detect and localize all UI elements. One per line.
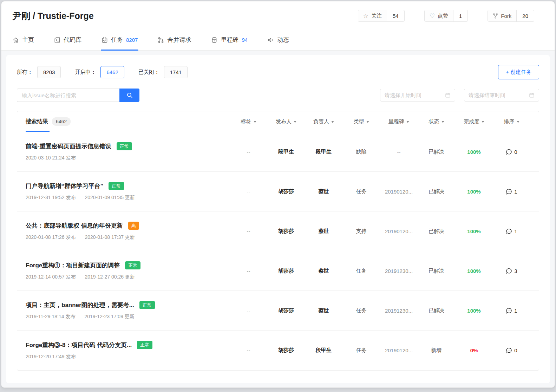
table-row: Forge重构③-8：项目代码 代码分支页... 正常 2019-12-20 1… (17, 331, 539, 370)
activity-icon (268, 37, 274, 43)
watch-count[interactable]: 54 (387, 10, 404, 21)
milestone-icon (211, 37, 217, 43)
cell-progress: 100% (455, 228, 493, 235)
status-badge: 正常 (117, 142, 132, 151)
heart-icon: ♡ (430, 13, 435, 19)
fork-label-segment[interactable]: Fork (488, 10, 516, 21)
filter-closed-count[interactable]: 1741 (164, 66, 188, 78)
published-date: 2020-03-10 21:24 发布 (26, 155, 76, 161)
caret-down-icon (294, 121, 296, 123)
tab-home[interactable]: 主页 (13, 36, 34, 50)
cell-publisher[interactable]: 胡莎莎 (267, 228, 305, 235)
cell-comments[interactable]: 1 (493, 228, 530, 235)
watch-label-segment[interactable]: ☆ 关注 (358, 10, 387, 21)
cell-comments[interactable]: 0 (493, 347, 530, 354)
issue-dates: 2020-03-10 21:24 发布 (26, 155, 230, 161)
create-task-button[interactable]: + 创建任务 (498, 65, 539, 79)
cell-publisher[interactable]: 胡莎莎 (267, 347, 305, 354)
table-row: 公共：底部导航版权 信息的年份更新 高 2020-01-08 17:26 发布 … (17, 211, 539, 251)
tab-repository-label: 代码库 (64, 36, 81, 44)
tab-milestones-count: 94 (242, 37, 248, 43)
date-filter-group: 请选择开始时间 请选择结束时间 (380, 89, 539, 102)
issue-title[interactable]: Forge重构③-8：项目代码 代码分支页... (26, 341, 132, 349)
tab-tasks-label: 任务 (111, 36, 123, 44)
column-assignee[interactable]: 负责人 (305, 118, 342, 125)
cell-assignee[interactable]: 段甲生 (305, 149, 342, 155)
status-badge: 正常 (125, 261, 140, 270)
cell-tag: -- (230, 228, 267, 235)
comment-icon (506, 149, 512, 155)
cell-assignee[interactable]: 段甲生 (305, 347, 342, 354)
caret-down-icon (366, 121, 369, 123)
column-headers: 标签 发布人 负责人 类型 里程碑 状态 完成度 排序 (230, 118, 530, 125)
start-date-picker[interactable]: 请选择开始时间 (380, 89, 455, 102)
tab-repository[interactable]: 代码库 (54, 36, 81, 50)
cell-type: 任务 (342, 307, 380, 314)
column-status[interactable]: 状态 (418, 118, 455, 125)
column-publisher[interactable]: 发布人 (267, 118, 305, 125)
table-header: 搜索结果 6462 标签 发布人 负责人 类型 里程碑 状态 完成度 排序 (17, 111, 539, 132)
cell-status: 已解决 (418, 149, 455, 155)
caret-down-icon (441, 121, 444, 123)
cell-comments[interactable]: 1 (493, 307, 530, 314)
search-results-count: 6462 (52, 117, 71, 126)
column-type[interactable]: 类型 (342, 118, 380, 125)
column-tag[interactable]: 标签 (230, 118, 267, 125)
tab-home-label: 主页 (22, 36, 34, 44)
cell-assignee[interactable]: 蔡世 (305, 188, 342, 195)
column-milestone[interactable]: 里程碑 (380, 118, 418, 125)
tab-milestones[interactable]: 里程碑 94 (211, 36, 248, 50)
tab-tasks[interactable]: 任务 8207 (102, 36, 138, 50)
published-date: 2019-11-29 18:14 发布 (26, 314, 75, 320)
like-count[interactable]: 1 (453, 10, 467, 21)
filter-open-count[interactable]: 6462 (100, 66, 124, 78)
comment-icon (506, 228, 512, 235)
filter-all-count[interactable]: 8203 (37, 66, 61, 78)
tab-activity[interactable]: 动态 (268, 36, 289, 50)
issue-title[interactable]: 门户导航新增“群体学习平台” (26, 182, 103, 190)
cell-assignee[interactable]: 蔡世 (305, 228, 342, 235)
cell-comments[interactable]: 0 (493, 149, 530, 155)
updated-date: 2020-01-09 01:35 更新 (85, 195, 135, 201)
cell-comments[interactable]: 3 (493, 268, 530, 274)
cell-type: 任务 (342, 268, 380, 274)
cell-status: 已解决 (418, 307, 455, 314)
search-button[interactable] (119, 89, 139, 102)
column-progress[interactable]: 完成度 (455, 118, 493, 125)
issue-dates: 2019-12-20 17:49 发布 (26, 354, 230, 360)
cell-comments[interactable]: 1 (493, 188, 530, 195)
fork-count[interactable]: 20 (516, 10, 534, 21)
cell-milestone: 20190120... (380, 347, 418, 354)
caret-down-icon (406, 121, 409, 123)
search-group (17, 89, 139, 102)
issue-title[interactable]: Forge重构①：项目新建页面的调整 (26, 261, 120, 269)
cell-assignee[interactable]: 蔡世 (305, 268, 342, 274)
cell-publisher[interactable]: 段甲生 (267, 149, 305, 155)
cell-tag: -- (230, 307, 267, 314)
cell-milestone: -- (380, 149, 418, 155)
cell-progress: 0% (455, 347, 493, 354)
issue-title[interactable]: 项目：主页，banner图的处理，需要考... (26, 301, 134, 309)
tab-merge-requests[interactable]: 合并请求 (158, 36, 191, 50)
cell-publisher[interactable]: 胡莎莎 (267, 268, 305, 274)
end-date-picker[interactable]: 请选择结束时间 (464, 89, 539, 102)
home-icon (13, 37, 19, 43)
search-input[interactable] (17, 89, 119, 102)
fork-button[interactable]: Fork 20 (488, 10, 534, 22)
issue-title[interactable]: 公共：底部导航版权 信息的年份更新 (26, 222, 123, 230)
column-sort[interactable]: 排序 (493, 118, 530, 125)
cell-publisher[interactable]: 胡莎莎 (267, 307, 305, 314)
like-label-segment[interactable]: ♡ 点赞 (425, 10, 453, 21)
filter-all-label: 所有： (17, 69, 33, 76)
cell-milestone: 20191230... (380, 307, 418, 314)
like-button[interactable]: ♡ 点赞 1 (424, 10, 468, 22)
cell-publisher[interactable]: 胡莎莎 (267, 188, 305, 195)
issue-title[interactable]: 前端-重置密码页面提示信息错误 (26, 142, 111, 150)
cell-tag: -- (230, 188, 267, 195)
search-results-tab[interactable]: 搜索结果 6462 (26, 111, 71, 132)
caret-down-icon (331, 121, 334, 123)
watch-button[interactable]: ☆ 关注 54 (358, 10, 405, 22)
table-row: 项目：主页，banner图的处理，需要考... 正常 2019-11-29 18… (17, 291, 539, 331)
cell-assignee[interactable]: 蔡世 (305, 307, 342, 314)
cell-progress: 100% (455, 307, 493, 314)
